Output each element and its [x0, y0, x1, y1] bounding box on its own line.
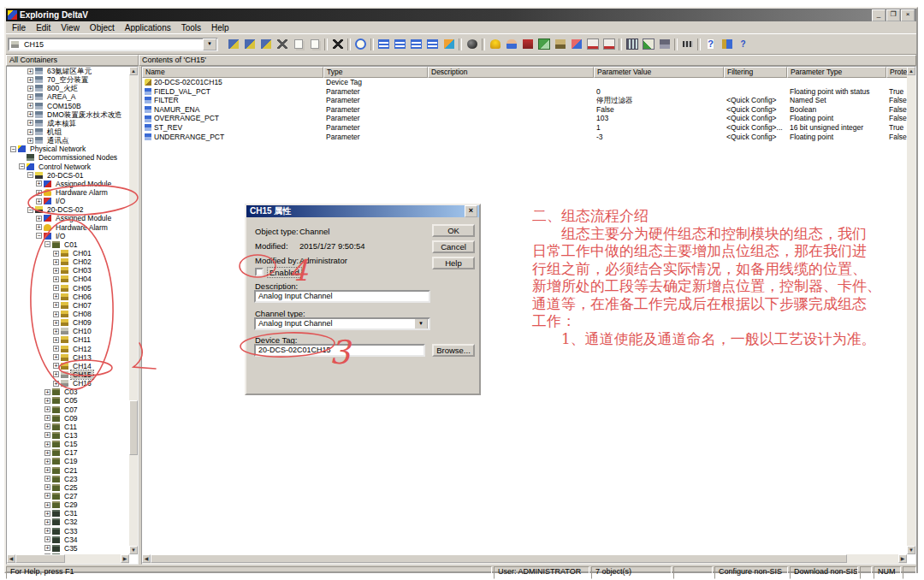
column-header-parameter-value[interactable]: Parameter Value — [594, 67, 724, 78]
expand-icon[interactable]: + — [44, 459, 50, 465]
expand-icon[interactable]: + — [53, 328, 59, 334]
collapse-icon[interactable]: − — [44, 241, 50, 247]
tree-item-CH13[interactable]: +CH13 — [7, 353, 129, 362]
table-config-button[interactable] — [624, 37, 640, 51]
ok-button[interactable]: OK — [432, 224, 475, 237]
table-row[interactable]: FILTERParameter停用过滤器<Quick Config>Named … — [142, 96, 915, 105]
tree-item-C03[interactable]: +C03 — [7, 388, 129, 396]
scroll-down-icon[interactable]: ▼ — [129, 546, 138, 554]
expand-icon[interactable]: + — [27, 129, 33, 135]
tree-item-通讯点[interactable]: +通讯点 — [7, 136, 129, 145]
expand-icon[interactable]: + — [44, 511, 50, 517]
close-button[interactable]: × — [901, 9, 915, 21]
tree-item-C05[interactable]: +C05 — [7, 396, 129, 405]
dialog-close-icon[interactable]: × — [465, 205, 477, 217]
tree-hscroll-thumb[interactable] — [15, 554, 65, 563]
table-row[interactable]: OVERRANGE_PCTParameter103<Quick Config>F… — [142, 114, 915, 123]
scroll-up-icon[interactable]: ▲ — [907, 67, 915, 75]
expand-icon[interactable]: + — [44, 398, 50, 404]
tree-item-COM150B[interactable]: +COM150B — [7, 102, 129, 110]
scroll-left-icon[interactable]: ◀ — [142, 554, 151, 563]
expand-icon[interactable]: + — [44, 519, 50, 525]
tree-item-C25[interactable]: +C25 — [7, 483, 129, 492]
expand-icon[interactable]: + — [53, 381, 59, 387]
tree-item-CH06[interactable]: +CH06 — [7, 293, 129, 301]
collapse-icon[interactable]: − — [19, 163, 25, 169]
expand-icon[interactable]: + — [44, 406, 50, 412]
menu-tools[interactable]: Tools — [176, 23, 206, 33]
expand-icon[interactable]: + — [44, 415, 50, 421]
content-horizontal-scrollbar[interactable]: ◀ ▶ — [142, 554, 907, 564]
expand-icon[interactable]: + — [53, 371, 59, 377]
tree-item-Assigned Module[interactable]: +Assigned Module — [7, 180, 129, 188]
tree-item-C32[interactable]: +C32 — [7, 518, 129, 526]
refresh-button[interactable] — [352, 37, 369, 51]
view-small-button[interactable] — [392, 37, 408, 51]
expand-icon[interactable]: + — [27, 77, 33, 83]
hierarchy-button[interactable] — [241, 37, 258, 51]
expand-icon[interactable]: + — [36, 190, 42, 196]
collapse-icon[interactable]: − — [27, 172, 33, 178]
expand-icon[interactable]: + — [53, 293, 59, 299]
cut-button[interactable] — [274, 37, 290, 51]
history-button[interactable] — [552, 37, 568, 51]
status-download-non-sis[interactable]: Download non-SIS — [790, 566, 858, 579]
tree-item-C01[interactable]: −C01 — [7, 240, 129, 249]
enabled-label[interactable]: Enabled — [268, 268, 301, 277]
scroll-right-icon[interactable]: ▶ — [121, 554, 129, 563]
tree-item-CH09[interactable]: +CH09 — [7, 318, 129, 327]
expand-icon[interactable]: + — [53, 285, 59, 291]
status-configure-non-sis[interactable]: Configure non-SIS — [714, 566, 788, 579]
menu-edit[interactable]: Edit — [31, 23, 56, 33]
column-header-name[interactable]: Name — [142, 67, 323, 78]
collapse-icon[interactable]: − — [27, 207, 33, 213]
picture-button[interactable] — [536, 37, 552, 51]
expand-icon[interactable]: + — [44, 467, 50, 473]
table-row[interactable]: UNDERRANGE_PCTParameter-3<Quick Config>F… — [142, 133, 915, 142]
cancel-button[interactable]: Cancel — [432, 240, 475, 253]
tree-item-Decommissioned Nodes[interactable]: Decommissioned Nodes — [7, 153, 129, 162]
tree-horizontal-scrollbar[interactable]: ◀ ▶ — [7, 554, 129, 564]
tree-scroll-thumb[interactable] — [129, 400, 138, 455]
expand-icon[interactable]: + — [44, 389, 50, 395]
tree-item-CH12[interactable]: +CH12 — [7, 345, 129, 353]
expand-icon[interactable]: + — [44, 502, 50, 508]
printer-button[interactable] — [656, 37, 672, 51]
chart-edit-button[interactable] — [640, 37, 656, 51]
tree-item-Control Network[interactable]: −Control Network — [7, 163, 129, 171]
expand-icon[interactable]: + — [36, 198, 42, 204]
tree-item-C35[interactable]: +C35 — [7, 544, 129, 553]
expand-icon[interactable]: + — [53, 302, 59, 308]
chart1-button[interactable] — [584, 37, 601, 51]
expand-icon[interactable]: + — [44, 432, 50, 438]
scroll-up-icon[interactable]: ▲ — [129, 67, 138, 75]
expand-icon[interactable]: + — [53, 363, 59, 369]
table-row[interactable]: ST_REVParameter1<Quick Config>...16 bit … — [142, 123, 915, 133]
tree-item-C27[interactable]: +C27 — [7, 492, 129, 500]
tree-item-I/O[interactable]: +I/O — [7, 197, 129, 205]
expand-icon[interactable]: + — [44, 476, 50, 482]
device-tag-input[interactable]: 20-DCS-02C01CH15 — [254, 344, 425, 357]
tree-item-Assigned Module[interactable]: +Assigned Module — [7, 214, 129, 222]
tree-item-C29[interactable]: +C29 — [7, 500, 129, 509]
tree-item-CH04[interactable]: +CH04 — [7, 275, 129, 283]
tree-vertical-scrollbar[interactable]: ▲ ▼ — [129, 67, 138, 554]
expand-icon[interactable]: + — [53, 354, 59, 360]
expand-icon[interactable]: + — [53, 268, 59, 274]
expand-icon[interactable]: + — [44, 423, 50, 429]
scroll-right-icon[interactable]: ▶ — [898, 554, 907, 563]
tree-item-CH03[interactable]: +CH03 — [7, 266, 129, 275]
expand-icon[interactable]: + — [53, 311, 59, 317]
tree-item-C09[interactable]: +C09 — [7, 414, 129, 423]
explorer-button[interactable] — [225, 37, 241, 51]
minimize-button[interactable]: _ — [872, 9, 886, 21]
tree-item-CH02[interactable]: +CH02 — [7, 257, 129, 266]
view-list-button[interactable] — [408, 37, 424, 51]
expand-icon[interactable]: + — [44, 493, 50, 499]
scroll-down-icon[interactable]: ▼ — [907, 546, 915, 554]
expand-icon[interactable]: + — [36, 216, 42, 222]
books-button[interactable] — [719, 37, 735, 51]
tree-item-C23[interactable]: +C23 — [7, 475, 129, 483]
tree-item-C15[interactable]: +C15 — [7, 440, 129, 448]
book-button[interactable] — [519, 37, 536, 51]
